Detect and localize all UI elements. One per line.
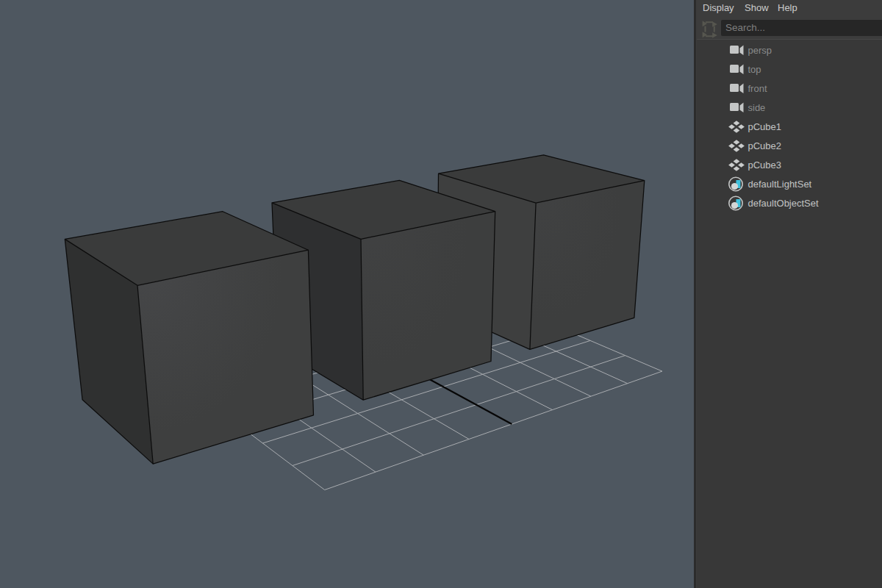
svg-text:pCube3: pCube3	[748, 159, 782, 171]
svg-text:persp: persp	[748, 45, 772, 56]
svg-text:pCube2: pCube2	[748, 140, 782, 151]
svg-text:front: front	[748, 83, 767, 94]
svg-text:defaultObjectSet: defaultObjectSet	[748, 198, 820, 209]
svg-text:top: top	[748, 64, 761, 75]
svg-text:pCube1: pCube1	[748, 121, 782, 132]
svg-text:side: side	[748, 102, 766, 113]
svg-text:defaultLightSet: defaultLightSet	[748, 179, 812, 190]
